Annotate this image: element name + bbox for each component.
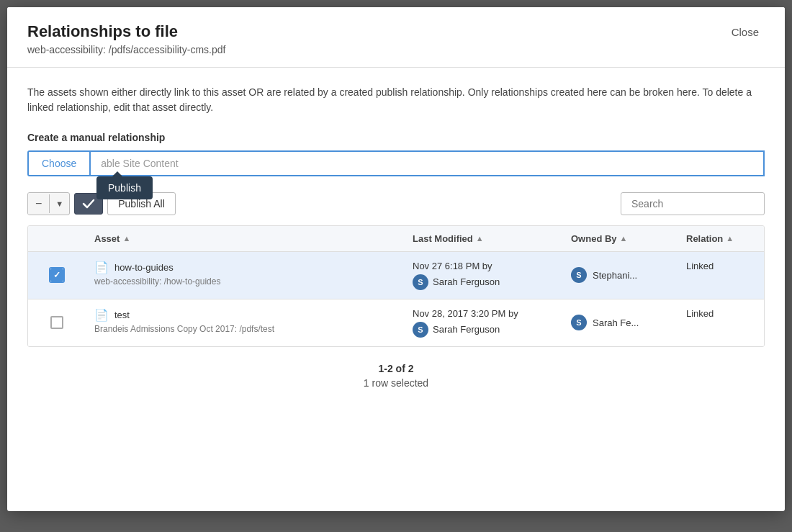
create-relationship-label: Create a manual relationship bbox=[27, 132, 765, 143]
description-text: The assets shown either directly link to… bbox=[27, 85, 765, 116]
row1-asset-name-row: 📄 how-to-guides bbox=[94, 261, 174, 274]
search-input[interactable] bbox=[621, 192, 765, 215]
row1-avatar: S bbox=[413, 274, 428, 290]
row-selected-text: 1 row selected bbox=[27, 377, 765, 389]
modal-header: Relationships to file web-accessibility:… bbox=[7, 7, 785, 68]
modal-title-group: Relationships to file web-accessibility:… bbox=[27, 22, 225, 55]
modal-title: Relationships to file bbox=[27, 22, 225, 42]
row2-asset-name-row: 📄 test bbox=[94, 308, 130, 322]
choose-publish-row: Choose able Site Content Publish bbox=[27, 150, 765, 176]
owned-sort-icon: ▲ bbox=[620, 234, 628, 243]
close-button[interactable]: Close bbox=[726, 23, 765, 41]
chevron-down-button[interactable]: ▼ bbox=[49, 194, 69, 213]
file-icon: 📄 bbox=[94, 308, 109, 322]
row2-asset-path: Brandeis Admissions Copy Oct 2017: /pdfs… bbox=[94, 324, 274, 334]
data-table: Asset ▲ Last Modified ▲ Owned By ▲ Relat… bbox=[27, 225, 765, 347]
row2-asset-cell: 📄 test Brandeis Admissions Copy Oct 2017… bbox=[86, 299, 404, 346]
row1-checkbox-cell[interactable] bbox=[28, 252, 86, 299]
th-asset[interactable]: Asset ▲ bbox=[86, 226, 404, 251]
row1-asset-cell: 📄 how-to-guides web-accessibility: /how-… bbox=[86, 252, 404, 299]
modal-body: The assets shown either directly link to… bbox=[7, 68, 785, 511]
row2-user-name: Sarah Ferguson bbox=[433, 324, 500, 335]
row1-owned-by: Stephani... bbox=[593, 270, 637, 281]
row1-relation-cell: Linked bbox=[678, 252, 764, 299]
row2-modified-user: S Sarah Ferguson bbox=[413, 322, 500, 338]
publish-tooltip-label: Publish bbox=[108, 182, 141, 194]
modal-subtitle: web-accessibility: /pdfs/accessibility-c… bbox=[27, 44, 225, 55]
modal: Relationships to file web-accessibility:… bbox=[7, 7, 785, 511]
row1-modified-cell: Nov 27 6:18 PM by S Sarah Ferguson bbox=[404, 252, 562, 299]
publish-tooltip: Publish bbox=[96, 176, 153, 199]
row2-relation-cell: Linked bbox=[678, 299, 764, 346]
row2-modified-cell: Nov 28, 2017 3:20 PM by S Sarah Ferguson bbox=[404, 299, 562, 346]
row1-owned-cell: S Stephani... bbox=[562, 252, 678, 299]
row1-user-name: Sarah Ferguson bbox=[433, 276, 500, 287]
row2-owned-by: Sarah Fe... bbox=[593, 317, 639, 328]
row2-avatar: S bbox=[413, 322, 428, 338]
table-row: 📄 test Brandeis Admissions Copy Oct 2017… bbox=[28, 299, 764, 346]
row1-checkbox-wrapper[interactable] bbox=[49, 267, 65, 283]
row2-owned-cell: S Sarah Fe... bbox=[562, 299, 678, 346]
select-dropdown[interactable]: − ▼ bbox=[27, 192, 70, 215]
row2-relation: Linked bbox=[686, 308, 714, 319]
input-placeholder-text: able Site Content bbox=[101, 158, 178, 169]
row1-modified-top: Nov 27 6:18 PM by bbox=[413, 261, 492, 271]
row2-owned-avatar: S bbox=[571, 315, 587, 330]
choose-button[interactable]: Choose bbox=[27, 150, 91, 176]
pagination-row: 1-2 of 2 1 row selected bbox=[27, 363, 765, 389]
th-checkbox bbox=[28, 226, 86, 251]
row2-checkbox[interactable] bbox=[50, 316, 63, 329]
content-input[interactable]: able Site Content bbox=[91, 150, 765, 176]
relation-sort-icon: ▲ bbox=[726, 234, 734, 243]
minus-button[interactable]: − bbox=[28, 193, 49, 215]
th-relation[interactable]: Relation ▲ bbox=[678, 226, 764, 251]
table-row: 📄 how-to-guides web-accessibility: /how-… bbox=[28, 252, 764, 299]
table-header: Asset ▲ Last Modified ▲ Owned By ▲ Relat… bbox=[28, 226, 764, 252]
row1-asset-name: how-to-guides bbox=[114, 262, 174, 273]
file-icon: 📄 bbox=[94, 261, 109, 274]
row1-checkbox[interactable] bbox=[50, 269, 63, 281]
asset-sort-icon: ▲ bbox=[122, 234, 130, 243]
th-owned[interactable]: Owned By ▲ bbox=[562, 226, 678, 251]
pagination-count: 1-2 of 2 bbox=[27, 363, 765, 374]
row2-asset-name: test bbox=[114, 310, 130, 320]
checkmark-icon bbox=[82, 199, 95, 209]
modal-overlay: Relationships to file web-accessibility:… bbox=[0, 0, 792, 532]
row2-checkbox-cell[interactable] bbox=[28, 299, 86, 346]
row1-relation: Linked bbox=[686, 261, 714, 271]
modified-sort-icon: ▲ bbox=[476, 234, 484, 243]
row2-modified-top: Nov 28, 2017 3:20 PM by bbox=[413, 308, 518, 319]
th-modified[interactable]: Last Modified ▲ bbox=[404, 226, 562, 251]
row1-owned-avatar: S bbox=[571, 267, 587, 283]
row1-modified-user: S Sarah Ferguson bbox=[413, 274, 500, 290]
row1-asset-path: web-accessibility: /how-to-guides bbox=[94, 276, 220, 287]
